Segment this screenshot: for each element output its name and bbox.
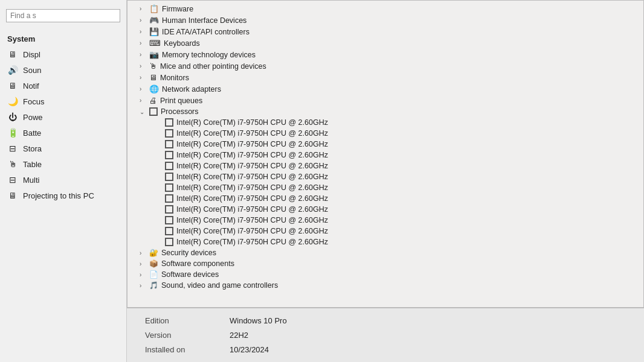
sidebar-item-display[interactable]: 🖥Displ [0, 46, 126, 62]
arrow-icon: › [140, 74, 147, 81]
device-item-print[interactable]: ›🖨Print queues [127, 95, 643, 106]
sidebar-item-label-notifications: Notif [23, 81, 39, 91]
device-label-firmware: Firmware [162, 5, 193, 13]
device-item-cpu2[interactable]: ›Intel(R) Core(TM) i7-9750H CPU @ 2.60GH… [127, 128, 643, 139]
device-item-cpu1[interactable]: ›Intel(R) Core(TM) i7-9750H CPU @ 2.60GH… [127, 117, 643, 128]
device-label-security: Security devices [161, 249, 216, 257]
device-label-cpu7: Intel(R) Core(TM) i7-9750H CPU @ 2.60GHz [176, 183, 328, 192]
sidebar-item-label-power: Powe [23, 113, 43, 122]
device-item-software_dev[interactable]: ›📄Software devices [127, 269, 643, 280]
device-item-keyboards[interactable]: ›⌨Keyboards [127, 37, 643, 49]
device-list[interactable]: ›📋Firmware›🎮Human Interface Devices›💾IDE… [127, 1, 643, 307]
main-content: ›📋Firmware›🎮Human Interface Devices›💾IDE… [127, 0, 644, 362]
arrow-icon: › [140, 282, 147, 289]
arrow-icon: › [140, 17, 147, 24]
device-label-software_comp: Software components [161, 259, 234, 268]
sidebar-item-tablet[interactable]: 🖱Table [0, 156, 126, 172]
device-label-cpu4: Intel(R) Core(TM) i7-9750H CPU @ 2.60GHz [176, 151, 328, 159]
find-input[interactable] [6, 9, 120, 22]
find-bar[interactable] [0, 6, 126, 25]
device-label-cpu1: Intel(R) Core(TM) i7-9750H CPU @ 2.60GHz [176, 118, 328, 127]
focus-icon: 🌙 [7, 97, 18, 106]
device-label-processors: Processors [161, 107, 199, 116]
device-item-cpu5[interactable]: ›Intel(R) Core(TM) i7-9750H CPU @ 2.60GH… [127, 160, 643, 171]
device-label-software_dev: Software devices [161, 270, 219, 279]
sidebar-item-label-focus: Focus [23, 97, 44, 106]
tablet-icon: 🖱 [7, 159, 18, 169]
device-label-network: Network adapters [162, 85, 221, 94]
display-icon: 🖥 [7, 49, 18, 59]
installed-value: 10/23/2024 [230, 345, 391, 354]
version-label: Version [145, 331, 230, 340]
device-item-cpu8[interactable]: ›Intel(R) Core(TM) i7-9750H CPU @ 2.60GH… [127, 193, 643, 204]
sidebar-item-label-tablet: Table [23, 160, 42, 169]
device-label-cpu2: Intel(R) Core(TM) i7-9750H CPU @ 2.60GHz [176, 129, 328, 138]
device-label-cpu5: Intel(R) Core(TM) i7-9750H CPU @ 2.60GHz [176, 162, 328, 170]
sidebar-item-label-system: System [7, 34, 35, 43]
version-value: 22H2 [230, 331, 391, 340]
sound-icon: 🔊 [7, 65, 18, 75]
device-item-cpu4[interactable]: ›Intel(R) Core(TM) i7-9750H CPU @ 2.60GH… [127, 150, 643, 160]
edition-value: Windows 10 Pro [230, 316, 391, 325]
device-label-monitors: Monitors [160, 74, 189, 82]
device-label-memory: Memory technology devices [162, 51, 256, 59]
sidebar-item-projecting[interactable]: 🖥Projecting to this PC [0, 188, 126, 203]
device-item-security[interactable]: ›🔐Security devices [127, 247, 643, 258]
device-label-sound_video: Sound, video and game controllers [161, 281, 278, 290]
device-item-cpu9[interactable]: ›Intel(R) Core(TM) i7-9750H CPU @ 2.60GH… [127, 204, 643, 215]
device-item-sound_video[interactable]: ›🎵Sound, video and game controllers [127, 280, 643, 291]
device-label-ide: IDE ATA/ATAPI controllers [162, 28, 250, 36]
notifications-icon: 🖥 [7, 81, 18, 91]
sidebar-item-label-display: Displ [23, 50, 40, 59]
device-item-cpu3[interactable]: ›Intel(R) Core(TM) i7-9750H CPU @ 2.60GH… [127, 139, 643, 150]
storage-icon: ⊟ [7, 144, 18, 153]
device-item-memory[interactable]: ›📷Memory technology devices [127, 49, 643, 60]
device-label-cpu9: Intel(R) Core(TM) i7-9750H CPU @ 2.60GHz [176, 205, 328, 214]
device-item-hid[interactable]: ›🎮Human Interface Devices [127, 14, 643, 26]
sidebar-item-system[interactable]: System [0, 31, 126, 46]
projecting-icon: 🖥 [7, 191, 18, 200]
device-label-hid: Human Interface Devices [162, 16, 246, 25]
arrow-icon: › [140, 5, 147, 12]
sidebar-item-label-storage: Stora [23, 144, 42, 153]
device-item-firmware[interactable]: ›📋Firmware [127, 3, 643, 14]
edition-label: Edition [145, 316, 230, 325]
device-label-mice: Mice and other pointing devices [160, 62, 266, 71]
sidebar-item-sound[interactable]: 🔊Soun [0, 62, 126, 78]
sidebar-item-label-sound: Soun [23, 66, 41, 75]
sidebar-item-battery[interactable]: 🔋Batte [0, 125, 126, 141]
arrow-icon: › [140, 250, 147, 256]
device-item-cpu7[interactable]: ›Intel(R) Core(TM) i7-9750H CPU @ 2.60GH… [127, 182, 643, 193]
arrow-icon: › [140, 63, 147, 69]
device-item-cpu6[interactable]: ›Intel(R) Core(TM) i7-9750H CPU @ 2.60GH… [127, 171, 643, 182]
arrow-icon: › [140, 97, 147, 104]
sidebar-item-label-projecting: Projecting to this PC [23, 191, 94, 200]
device-item-ide[interactable]: ›💾IDE ATA/ATAPI controllers [127, 26, 643, 37]
device-item-mice[interactable]: ›🖱Mice and other pointing devices [127, 60, 643, 72]
device-item-monitors[interactable]: ›🖥Monitors [127, 72, 643, 83]
device-label-print: Print queues [160, 97, 202, 105]
sidebar-item-multitasking[interactable]: ⊟Multi [0, 172, 126, 188]
sidebar-item-focus[interactable]: 🌙Focus [0, 94, 126, 109]
sidebar-item-notifications[interactable]: 🖥Notif [0, 78, 126, 94]
sidebar-item-storage[interactable]: ⊟Stora [0, 141, 126, 156]
arrow-icon: › [140, 261, 147, 267]
arrow-icon: ⌄ [140, 109, 147, 115]
device-item-processors[interactable]: ⌄Processors [127, 106, 643, 117]
arrow-icon: › [140, 272, 147, 278]
arrow-icon: › [140, 40, 147, 46]
sidebar-item-label-battery: Batte [23, 129, 41, 138]
device-item-cpu12[interactable]: ›Intel(R) Core(TM) i7-9750H CPU @ 2.60GH… [127, 237, 643, 247]
device-item-cpu11[interactable]: ›Intel(R) Core(TM) i7-9750H CPU @ 2.60GH… [127, 226, 643, 237]
device-label-cpu12: Intel(R) Core(TM) i7-9750H CPU @ 2.60GHz [176, 238, 328, 246]
device-label-cpu11: Intel(R) Core(TM) i7-9750H CPU @ 2.60GHz [176, 227, 328, 235]
device-item-cpu10[interactable]: ›Intel(R) Core(TM) i7-9750H CPU @ 2.60GH… [127, 215, 643, 226]
power-icon: ⏻ [7, 112, 18, 122]
sidebar-item-power[interactable]: ⏻Powe [0, 109, 126, 125]
arrow-icon: › [140, 86, 147, 92]
info-panel: Edition Windows 10 Pro Version 22H2 Inst… [127, 308, 644, 362]
device-item-software_comp[interactable]: ›📦Software components [127, 258, 643, 269]
device-label-cpu10: Intel(R) Core(TM) i7-9750H CPU @ 2.60GHz [176, 216, 328, 224]
device-item-network[interactable]: ›🌐Network adapters [127, 83, 643, 95]
device-label-cpu8: Intel(R) Core(TM) i7-9750H CPU @ 2.60GHz [176, 194, 328, 203]
